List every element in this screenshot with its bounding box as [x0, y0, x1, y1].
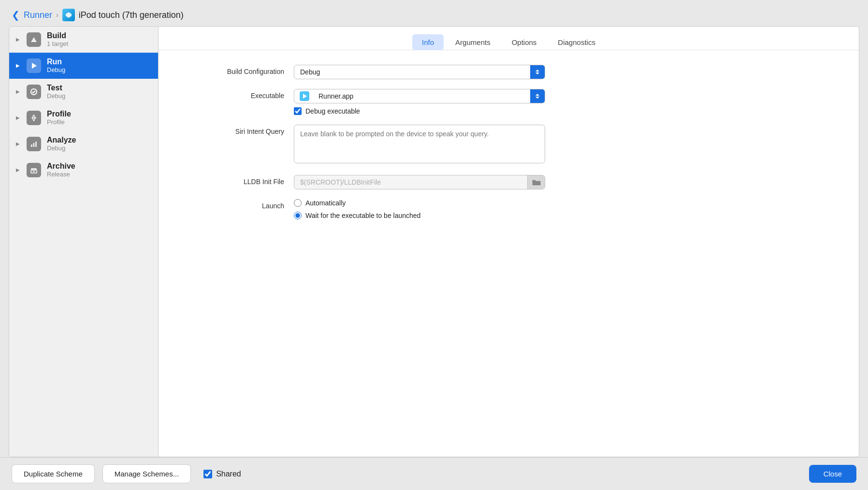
sidebar-item-profile[interactable]: ▶ Profile Profile	[9, 105, 158, 131]
siri-row: Siri Intent Query	[188, 125, 830, 165]
archive-icon	[27, 163, 41, 177]
tab-options[interactable]: Options	[502, 34, 547, 50]
launch-wait-radio[interactable]	[294, 212, 302, 219]
debug-executable-row: Debug executable	[294, 107, 545, 115]
tab-diagnostics[interactable]: Diagnostics	[548, 34, 605, 50]
svg-rect-4	[33, 143, 35, 147]
svg-rect-3	[31, 144, 32, 147]
executable-control: Runner.app Debug executable	[294, 89, 545, 115]
test-sub: Debug	[47, 92, 65, 100]
shared-label: Shared	[216, 470, 241, 478]
device-label: iPod touch (7th generation)	[79, 10, 184, 20]
archive-sub: Release	[47, 171, 75, 178]
build-config-row: Build Configuration Debug	[188, 65, 830, 79]
expand-triangle-profile: ▶	[16, 115, 21, 120]
archive-text: Archive Release	[47, 162, 75, 178]
executable-value: Runner.app	[313, 89, 530, 103]
launch-auto-row: Automatically	[294, 199, 545, 207]
lldb-folder-button[interactable]	[527, 175, 545, 189]
profile-sub: Profile	[47, 118, 71, 126]
shared-checkbox[interactable]	[203, 470, 212, 478]
expand-triangle-test: ▶	[16, 89, 21, 94]
siri-label: Siri Intent Query	[188, 125, 284, 135]
launch-wait-label: Wait for the executable to be launched	[305, 212, 420, 219]
analyze-icon	[27, 137, 41, 151]
test-name: Test	[47, 84, 65, 92]
lldb-placeholder: $(SRCROOT)/LLDBInitFile	[294, 175, 527, 189]
launch-wait-row: Wait for the executable to be launched	[294, 212, 545, 219]
svg-rect-6	[31, 168, 37, 170]
svg-rect-5	[35, 142, 37, 147]
sidebar-item-run[interactable]: ▶ Run Debug	[9, 53, 158, 79]
run-text: Run Debug	[47, 58, 65, 73]
debug-executable-checkbox[interactable]	[294, 107, 302, 115]
lldb-row: LLDB Init File $(SRCROOT)/LLDBInitFile	[188, 175, 830, 189]
expand-triangle-analyze: ▶	[16, 141, 21, 146]
device-icon	[62, 9, 75, 21]
tab-info[interactable]: Info	[412, 34, 444, 50]
run-name: Run	[47, 58, 65, 66]
manage-schemes-button[interactable]: Manage Schemes...	[102, 464, 191, 483]
bottom-bar: Duplicate Scheme Manage Schemes... Share…	[0, 457, 868, 490]
shared-wrap: Shared	[203, 470, 241, 478]
breadcrumb-separator: ›	[56, 11, 58, 19]
svg-marker-1	[32, 63, 37, 69]
launch-row: Launch Automatically Wait for the execut…	[188, 199, 830, 224]
expand-triangle-archive: ▶	[16, 167, 21, 173]
build-text: Build 1 target	[47, 31, 68, 47]
profile-text: Profile Profile	[47, 110, 71, 126]
back-icon[interactable]: ❮	[12, 9, 20, 21]
executable-row: Executable Runner.app Debug executable	[188, 89, 830, 115]
lldb-input-wrap: $(SRCROOT)/LLDBInitFile	[294, 175, 545, 189]
run-icon	[27, 58, 41, 73]
expand-triangle-build: ▶	[16, 37, 21, 42]
profile-name: Profile	[47, 110, 71, 118]
profile-icon	[27, 111, 41, 125]
executable-select[interactable]: Runner.app	[294, 89, 545, 103]
siri-textarea[interactable]	[294, 125, 545, 163]
close-button[interactable]: Close	[809, 465, 856, 483]
top-bar: ❮ Runner › iPod touch (7th generation)	[0, 0, 868, 26]
siri-control	[294, 125, 545, 165]
build-name: Build	[47, 31, 68, 40]
build-config-value: Debug	[294, 65, 530, 79]
duplicate-scheme-button[interactable]: Duplicate Scheme	[12, 464, 95, 483]
launch-control: Automatically Wait for the executable to…	[294, 199, 545, 224]
build-config-control: Debug	[294, 65, 545, 79]
runner-app-icon	[298, 90, 311, 102]
launch-auto-radio[interactable]	[294, 199, 302, 207]
sidebar-item-archive[interactable]: ▶ Archive Release	[9, 157, 158, 183]
launch-auto-label: Automatically	[305, 199, 346, 207]
lldb-label: LLDB Init File	[188, 175, 284, 186]
analyze-name: Analyze	[47, 136, 76, 144]
run-sub: Debug	[47, 66, 65, 73]
lldb-control: $(SRCROOT)/LLDBInitFile	[294, 175, 545, 189]
content-area: Build Configuration Debug Executable	[159, 50, 859, 457]
archive-name: Archive	[47, 162, 75, 171]
build-config-arrow[interactable]	[530, 65, 545, 79]
runner-link[interactable]: Runner	[24, 10, 52, 20]
test-icon	[27, 85, 41, 99]
launch-label: Launch	[188, 199, 284, 210]
debug-executable-label: Debug executable	[305, 107, 360, 115]
executable-label: Executable	[188, 89, 284, 100]
right-panel: Info Arguments Options Diagnostics Build…	[159, 26, 859, 457]
build-config-label: Build Configuration	[188, 65, 284, 75]
tab-arguments[interactable]: Arguments	[446, 34, 500, 50]
sidebar: ▶ Build 1 target ▶ Run Debug ▶	[9, 26, 159, 457]
analyze-sub: Debug	[47, 144, 76, 152]
analyze-text: Analyze Debug	[47, 136, 76, 152]
sidebar-item-analyze[interactable]: ▶ Analyze Debug	[9, 131, 158, 157]
main-area: ▶ Build 1 target ▶ Run Debug ▶	[0, 26, 868, 457]
build-sub: 1 target	[47, 40, 68, 47]
svg-marker-0	[66, 12, 72, 18]
test-text: Test Debug	[47, 84, 65, 100]
executable-arrow[interactable]	[530, 89, 545, 103]
tab-bar: Info Arguments Options Diagnostics	[159, 27, 859, 50]
sidebar-item-build[interactable]: ▶ Build 1 target	[9, 27, 158, 53]
build-icon	[27, 32, 41, 47]
build-config-select[interactable]: Debug	[294, 65, 545, 79]
sidebar-item-test[interactable]: ▶ Test Debug	[9, 79, 158, 105]
expand-triangle-run: ▶	[16, 63, 21, 68]
